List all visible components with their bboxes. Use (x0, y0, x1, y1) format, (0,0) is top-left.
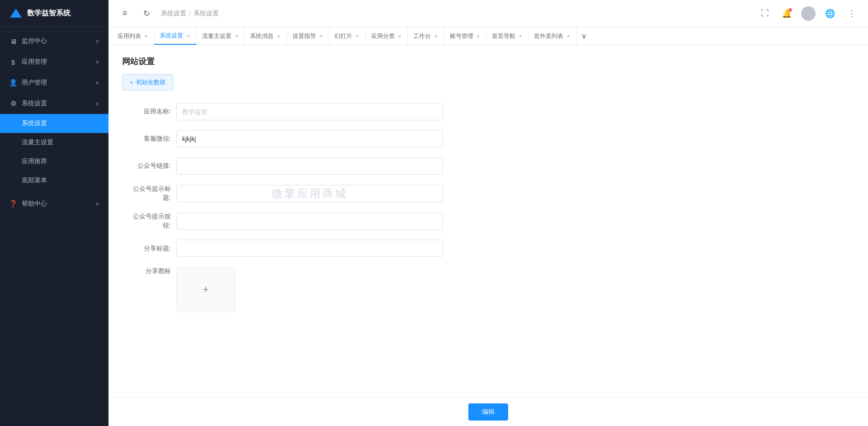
system-settings-icon: ⚙ (9, 99, 17, 108)
input-app-name[interactable] (176, 103, 443, 120)
edit-button[interactable]: 编辑 (468, 403, 508, 421)
tab-close-icon[interactable]: × (186, 33, 190, 39)
tab-slideshow[interactable]: 幻灯片 × (329, 28, 365, 45)
tab-label: 首外卖列表 (534, 32, 563, 40)
tab-close-icon[interactable]: × (476, 33, 481, 39)
tab-app-category[interactable]: 应用分类 × (366, 28, 408, 45)
refresh-button[interactable]: ↻ (139, 6, 154, 21)
breadcrumb-separator: / (189, 10, 191, 17)
breadcrumb: 系统设置 / 系统设置 (161, 9, 219, 18)
plus-icon: + (130, 79, 133, 86)
tab-close-icon[interactable]: × (144, 33, 148, 39)
tab-label: 系统消息 (250, 32, 274, 40)
breadcrumb-parent: 系统设置 (161, 9, 186, 18)
logo-icon (9, 7, 23, 20)
content-area: 网站设置 + 初始化数据 应用名称: 客服微信: 公众号链接: (108, 45, 868, 397)
fullscreen-icon: ⛶ (761, 9, 769, 18)
tab-label: 首页导航 (492, 32, 515, 40)
input-gzh-link[interactable] (176, 157, 443, 175)
sidebar-item-system-settings[interactable]: ⚙ 系统设置 ∧ (0, 93, 108, 114)
input-wechat[interactable] (176, 130, 443, 147)
label-gzh-link: 公众号链接: (122, 161, 176, 170)
sidebar-item-monitor[interactable]: 🖥 监控中心 ∨ (0, 31, 108, 52)
tab-close-icon[interactable]: × (319, 33, 323, 39)
tab-close-icon[interactable]: × (434, 33, 438, 39)
main-area: ≡ ↻ 系统设置 / 系统设置 ⛶ 🔔 🌐 ⋮ (108, 0, 868, 426)
submenu-label-app-recommend: 应用推荐 (22, 157, 47, 166)
refresh-icon: ↻ (143, 9, 150, 19)
tab-traffic-settings[interactable]: 流量主设置 × (197, 28, 245, 45)
tab-system-settings[interactable]: 系统设置 × (154, 28, 196, 45)
tab-workbench[interactable]: 工作台 × (408, 28, 444, 45)
sidebar-item-system-settings-sub[interactable]: 系统设置 (0, 114, 108, 133)
help-icon: ❓ (9, 200, 17, 208)
tab-close-icon[interactable]: × (518, 33, 523, 39)
upload-share-icon[interactable]: + (176, 267, 235, 312)
tab-label: 应用列表 (118, 32, 141, 40)
sidebar-label-user-manage: 用户管理 (22, 79, 47, 87)
tab-label: 流量主设置 (202, 32, 231, 40)
menu-toggle-button[interactable]: ≡ (118, 6, 132, 21)
submenu-label-bottom-menu: 底部菜单 (22, 176, 47, 185)
submenu-label-traffic-settings: 流量主设置 (22, 138, 53, 147)
tab-label: 幻灯片 (335, 32, 352, 40)
tab-label: 应用分类 (371, 32, 395, 40)
tab-close-icon[interactable]: × (276, 33, 281, 39)
page-title: 网站设置 (122, 56, 854, 67)
sidebar: 数学益智系统 🖥 监控中心 ∨ $ 应用管理 ∨ 👤 用户管理 ∨ (0, 0, 108, 426)
more-button[interactable]: ⋮ (844, 6, 859, 21)
label-gzh-title: 公众号提示标题: (122, 185, 176, 202)
label-share-icon: 分享图标 (122, 267, 176, 276)
tab-label: 工作台 (413, 32, 431, 40)
sidebar-menu: 🖥 监控中心 ∨ $ 应用管理 ∨ 👤 用户管理 ∨ ⚙ 系统设置 (0, 27, 108, 426)
init-btn-label: 初始化数据 (136, 78, 165, 86)
chevron-up-icon: ∧ (95, 100, 99, 107)
hamburger-icon: ≡ (123, 9, 127, 18)
form-row-wechat: 客服微信: (122, 130, 565, 147)
tab-takeout-list[interactable]: 首外卖列表 × (528, 28, 576, 45)
globe-button[interactable]: 🌐 (823, 6, 837, 21)
monitor-icon: 🖥 (9, 38, 17, 45)
tab-close-icon[interactable]: × (355, 33, 359, 39)
sidebar-logo: 数学益智系统 (0, 0, 108, 27)
form-row-gzh-link: 公众号链接: (122, 157, 565, 175)
sidebar-item-help-center[interactable]: ❓ 帮助中心 ∨ (0, 194, 108, 214)
footer-bar: 编辑 (108, 397, 868, 426)
input-gzh-btn[interactable] (176, 213, 443, 230)
tab-app-list[interactable]: 应用列表 × (112, 28, 154, 45)
topbar: ≡ ↻ 系统设置 / 系统设置 ⛶ 🔔 🌐 ⋮ (108, 0, 868, 27)
sidebar-item-app-recommend[interactable]: 应用推荐 (0, 152, 108, 171)
label-share-title: 分享标题: (122, 244, 176, 253)
init-data-button[interactable]: + 初始化数据 (122, 74, 173, 90)
gzh-title-container: 微擎应用商城 (176, 185, 443, 202)
tab-setup-guide[interactable]: 设置指导 × (287, 28, 329, 45)
sidebar-item-bottom-menu[interactable]: 底部菜单 (0, 171, 108, 190)
tab-home-nav[interactable]: 首页导航 × (486, 28, 528, 45)
tab-close-icon[interactable]: × (397, 33, 402, 39)
sidebar-label-app-manage: 应用管理 (22, 58, 47, 66)
sidebar-item-traffic-settings[interactable]: 流量主设置 (0, 133, 108, 152)
sidebar-item-app-manage[interactable]: $ 应用管理 ∨ (0, 52, 108, 72)
chevron-down-icon: ∨ (95, 59, 99, 65)
input-share-title[interactable] (176, 240, 443, 257)
tab-system-message[interactable]: 系统消息 × (245, 28, 287, 45)
sidebar-item-user-manage[interactable]: 👤 用户管理 ∨ (0, 72, 108, 93)
avatar[interactable] (801, 6, 816, 21)
sidebar-label-system-settings: 系统设置 (22, 99, 47, 108)
notification-button[interactable]: 🔔 (779, 6, 794, 21)
tabs-more-button[interactable]: ∨ (577, 32, 591, 40)
globe-icon: 🌐 (825, 9, 835, 19)
tab-label: 账号管理 (450, 32, 473, 40)
sidebar-label-monitor: 监控中心 (22, 37, 47, 45)
label-wechat: 客服微信: (122, 134, 176, 143)
content-wrapper: 网站设置 + 初始化数据 应用名称: 客服微信: 公众号链接: (108, 45, 868, 426)
tab-close-icon[interactable]: × (566, 33, 571, 39)
fullscreen-button[interactable]: ⛶ (758, 6, 772, 21)
form-row-app-name: 应用名称: (122, 103, 565, 120)
tab-account-manage[interactable]: 账号管理 × (444, 28, 486, 45)
notification-badge (788, 8, 792, 12)
tab-close-icon[interactable]: × (234, 33, 239, 39)
breadcrumb-current: 系统设置 (193, 9, 219, 18)
form-row-gzh-btn: 公众号提示按钮: (122, 212, 565, 230)
input-gzh-title[interactable] (176, 185, 443, 202)
